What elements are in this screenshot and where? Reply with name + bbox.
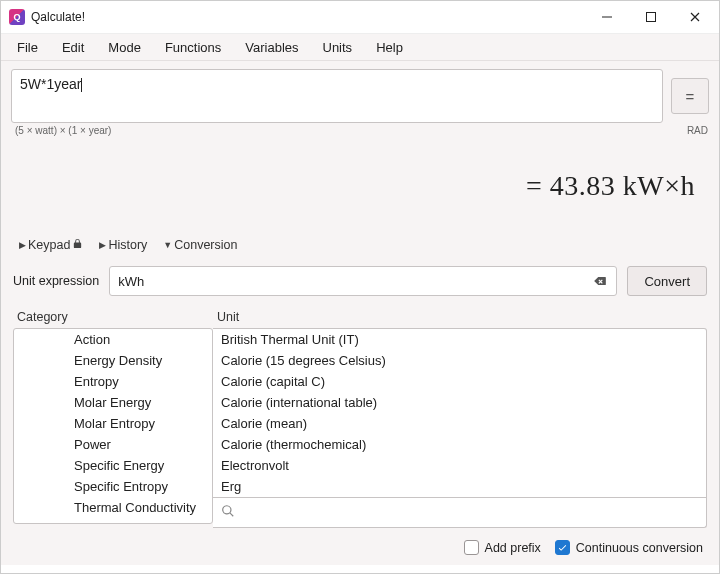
category-list[interactable]: Action Energy Density Entropy Molar Ener…: [13, 328, 213, 524]
unit-item[interactable]: Calorie (mean): [213, 413, 706, 434]
category-item[interactable]: Energy Density: [14, 350, 212, 371]
menu-mode[interactable]: Mode: [96, 36, 153, 59]
conversion-toggle[interactable]: ▼ Conversion: [157, 236, 243, 254]
result-display: = 43.83 kW×h: [11, 136, 709, 232]
app-icon: Q: [9, 9, 25, 25]
continuous-conversion-checkbox[interactable]: Continuous conversion: [555, 540, 703, 555]
caret-down-icon: ▼: [163, 240, 172, 250]
minimize-button[interactable]: [585, 2, 629, 32]
unit-item[interactable]: Calorie (international table): [213, 392, 706, 413]
category-item[interactable]: Molar Entropy: [14, 413, 212, 434]
category-item[interactable]: Molar Energy: [14, 392, 212, 413]
unit-expression-input[interactable]: kWh: [109, 266, 617, 296]
menu-units[interactable]: Units: [311, 36, 365, 59]
unit-item[interactable]: Calorie (thermochemical): [213, 434, 706, 455]
caret-right-icon: ▶: [56, 524, 64, 525]
caret-right-icon: ▶: [99, 240, 106, 250]
category-item[interactable]: Power: [14, 434, 212, 455]
category-item[interactable]: Action: [14, 329, 212, 350]
checkbox-unchecked-icon: [464, 540, 479, 555]
add-prefix-checkbox[interactable]: Add prefix: [464, 540, 541, 555]
caret-right-icon: ▶: [19, 240, 26, 250]
menu-help[interactable]: Help: [364, 36, 415, 59]
close-button[interactable]: [673, 2, 717, 32]
expression-text: 5W*1year: [20, 76, 81, 92]
unit-item[interactable]: British Thermal Unit (IT): [213, 329, 706, 350]
equals-button[interactable]: =: [671, 78, 709, 114]
category-item[interactable]: Entropy: [14, 371, 212, 392]
menu-file[interactable]: File: [5, 36, 50, 59]
checkbox-checked-icon: [555, 540, 570, 555]
clear-input-icon[interactable]: [592, 273, 608, 289]
svg-rect-0: [602, 17, 612, 18]
category-item[interactable]: Specific Entropy: [14, 476, 212, 497]
convert-button[interactable]: Convert: [627, 266, 707, 296]
angle-mode: RAD: [687, 125, 708, 136]
unit-item[interactable]: Erg: [213, 476, 706, 497]
menu-bar: File Edit Mode Functions Variables Units…: [1, 33, 719, 61]
unit-list[interactable]: British Thermal Unit (IT) Calorie (15 de…: [213, 328, 707, 498]
lock-icon: [70, 238, 83, 252]
expression-input[interactable]: 5W*1year: [11, 69, 663, 123]
unit-header: Unit: [213, 306, 707, 328]
window-title: Qalculate!: [31, 10, 85, 24]
maximize-button[interactable]: [629, 2, 673, 32]
menu-variables[interactable]: Variables: [233, 36, 310, 59]
category-item-collapsed[interactable]: ▶ Force: [14, 518, 212, 524]
unit-item[interactable]: Calorie (15 degrees Celsius): [213, 350, 706, 371]
unit-item[interactable]: Calorie (capital C): [213, 371, 706, 392]
unit-item[interactable]: Electronvolt: [213, 455, 706, 476]
svg-rect-1: [647, 13, 656, 22]
title-bar: Q Qalculate!: [1, 1, 719, 33]
history-toggle[interactable]: ▶ History: [93, 236, 153, 254]
keypad-toggle[interactable]: ▶ Keypad: [13, 236, 89, 254]
menu-functions[interactable]: Functions: [153, 36, 233, 59]
unit-search-input[interactable]: [213, 498, 707, 528]
unit-expression-label: Unit expression: [13, 274, 99, 288]
search-icon: [221, 504, 235, 521]
menu-edit[interactable]: Edit: [50, 36, 96, 59]
category-item[interactable]: Thermal Conductivity: [14, 497, 212, 518]
parsed-expression: (5 × watt) × (1 × year): [15, 125, 111, 136]
category-header: Category: [13, 306, 213, 328]
category-item[interactable]: Specific Energy: [14, 455, 212, 476]
toggle-row: ▶ Keypad ▶ History ▼ Conversion: [11, 232, 709, 258]
